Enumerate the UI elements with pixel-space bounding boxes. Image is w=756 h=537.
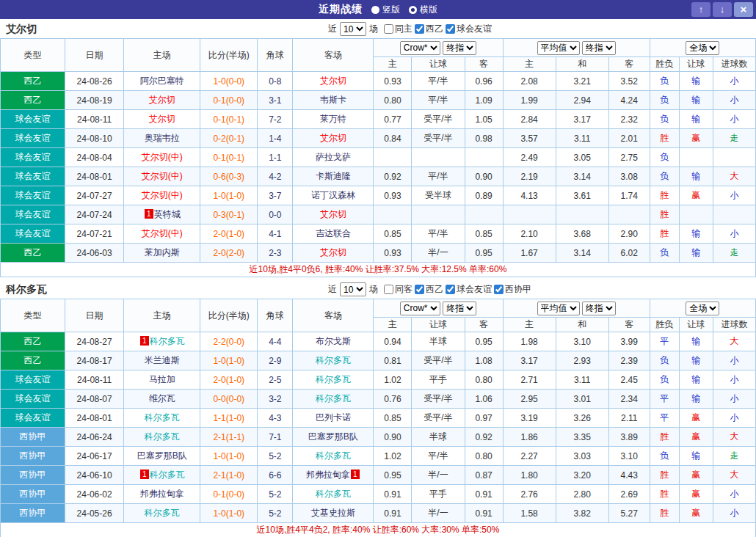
handicap-result: 输 xyxy=(679,351,713,370)
goals-result: 走 xyxy=(713,129,755,148)
checkbox-input[interactable] xyxy=(446,24,455,34)
match-row: 球会友谊24-07-241英特城0-3(0-1)0-0艾尔切胜 xyxy=(1,205,756,224)
col-home: 主场 xyxy=(124,299,200,332)
titlebar: 近期战绩 竖版 横版 ↑ ↓ × xyxy=(0,0,756,19)
matches-table: 类型 日期 主场 比分(半场) 角球 客场 Crow* 终指 平均值 终指 xyxy=(0,299,756,537)
odds-time-select[interactable]: 终指 xyxy=(443,41,476,55)
euro-home-odds: 3.17 xyxy=(503,351,556,370)
team-label: 卡斯迪隆 xyxy=(316,171,351,181)
match-date: 24-08-11 xyxy=(65,370,124,390)
away-team: 科尔多瓦 xyxy=(293,370,374,390)
checkbox-input[interactable] xyxy=(446,285,455,294)
filter-check-西协甲[interactable]: 西协甲 xyxy=(494,283,531,296)
away-team: 科尔多瓦 xyxy=(293,351,374,370)
asian-handicap: 受平/半 xyxy=(412,110,465,129)
team-label: 艾基史拉斯 xyxy=(311,508,355,518)
goals-result: 小 xyxy=(713,390,755,409)
result: 胜 xyxy=(650,205,679,224)
handicap-result: 输 xyxy=(679,390,713,409)
euro-home-odds: 2.10 xyxy=(503,224,556,244)
match-row: 球会友谊24-08-11艾尔切0-1(0-1)7-2莱万特0.77受平/半1.0… xyxy=(1,110,756,129)
euro-draw-odds: 3.14 xyxy=(556,244,608,263)
filter-check-同客[interactable]: 同客 xyxy=(384,283,412,296)
match-type-badge: 西乙 xyxy=(1,91,65,110)
euro-draw-odds: 2.80 xyxy=(556,485,608,504)
away-team: 艾基史拉斯 xyxy=(293,504,374,523)
radio-vertical-layout[interactable]: 竖版 xyxy=(371,4,400,16)
match-count-select[interactable]: 10 xyxy=(340,282,366,296)
euro-draw-odds: 2.93 xyxy=(556,351,608,370)
odds-company-select[interactable]: Crow* xyxy=(400,302,440,315)
team-label: 布尔戈斯 xyxy=(316,336,351,346)
filter-check-西乙[interactable]: 西乙 xyxy=(415,283,443,296)
team-label: 科尔多瓦 xyxy=(316,450,351,461)
checkbox-input[interactable] xyxy=(415,24,424,34)
col-date: 日期 xyxy=(65,39,124,72)
euro-draw-odds: 3.17 xyxy=(556,110,608,129)
euro-time-select[interactable]: 终指 xyxy=(582,41,616,55)
asian-away-odds: 0.85 xyxy=(465,224,503,244)
scroll-down-button[interactable]: ↓ xyxy=(713,2,732,17)
col-away: 客场 xyxy=(293,39,374,72)
filter-check-同主[interactable]: 同主 xyxy=(384,23,412,35)
asian-away-odds: 0.90 xyxy=(465,167,503,186)
filter-bar: 近 10 场 同客西乙球会友谊西协甲 xyxy=(328,282,534,296)
corner-score: 4-3 xyxy=(258,409,293,428)
euro-time-select[interactable]: 终指 xyxy=(582,302,616,315)
result: 负 xyxy=(650,91,679,110)
checkbox-input[interactable] xyxy=(415,285,424,294)
team-label: 艾尔切 xyxy=(320,247,346,257)
checkbox-input[interactable] xyxy=(384,24,393,34)
col-asian-away: 客 xyxy=(465,57,503,72)
euro-away-odds: 2.75 xyxy=(608,148,650,167)
asian-handicap: 平/半 xyxy=(412,447,465,466)
team-label: 艾尔切 xyxy=(320,76,346,86)
scroll-up-button[interactable]: ↑ xyxy=(691,2,710,17)
filter-check-球会友谊[interactable]: 球会友谊 xyxy=(446,23,492,35)
checkbox-input[interactable] xyxy=(494,285,504,294)
result: 平 xyxy=(650,409,679,428)
euro-odds-selects: 平均值 终指 xyxy=(503,39,650,57)
col-euro-home: 主 xyxy=(503,57,556,72)
euro-odds-selects: 平均值 终指 xyxy=(503,299,650,318)
euro-avg-select[interactable]: 平均值 xyxy=(537,41,580,55)
asian-handicap: 平/半 xyxy=(412,72,465,91)
filter-check-西乙[interactable]: 西乙 xyxy=(415,23,443,35)
radio-horizontal-layout[interactable]: 横版 xyxy=(409,4,437,16)
asian-odds-selects: Crow* 终指 xyxy=(374,39,503,57)
asian-home-odds: 0.92 xyxy=(374,167,412,186)
scope-select[interactable]: 全场 xyxy=(686,302,719,315)
corner-score: 2-3 xyxy=(258,244,293,263)
odds-company-select[interactable]: Crow* xyxy=(400,41,440,55)
corner-score: 0-8 xyxy=(258,72,293,91)
home-team: 米兰迪斯 xyxy=(124,351,200,370)
team-name: 科尔多瓦 xyxy=(0,283,328,296)
euro-avg-select[interactable]: 平均值 xyxy=(537,302,580,315)
match-row: 球会友谊24-08-07维尔瓦0-0(0-0)3-2科尔多瓦0.76受平/半1.… xyxy=(1,390,756,409)
home-team: 维尔瓦 xyxy=(124,390,200,409)
home-team: 艾尔切 xyxy=(124,110,200,129)
team-label: 米兰迪斯 xyxy=(145,355,180,365)
close-button[interactable]: × xyxy=(734,2,753,17)
checkbox-input[interactable] xyxy=(384,285,393,294)
team-label: 诺丁汉森林 xyxy=(311,190,355,200)
match-date: 24-07-24 xyxy=(65,205,124,224)
match-type-badge: 球会友谊 xyxy=(1,186,65,205)
panel-title: 近期战绩 xyxy=(319,3,363,16)
col-euro-draw: 和 xyxy=(556,57,608,72)
filter-check-球会友谊[interactable]: 球会友谊 xyxy=(446,283,492,296)
scope-select[interactable]: 全场 xyxy=(686,41,719,55)
match-count-select[interactable]: 10 xyxy=(340,22,366,36)
asian-home-odds: 0.95 xyxy=(374,466,412,485)
asian-away-odds: 0.98 xyxy=(465,129,503,148)
euro-home-odds: 1.67 xyxy=(503,244,556,263)
euro-draw-odds: 3.01 xyxy=(556,390,608,409)
col-score: 比分(半场) xyxy=(200,299,258,332)
col-home: 主场 xyxy=(124,39,200,72)
near-label: 近 xyxy=(328,283,337,296)
euro-home-odds: 4.13 xyxy=(503,186,556,205)
odds-time-select[interactable]: 终指 xyxy=(443,302,476,315)
checkbox-label: 同客 xyxy=(395,283,412,296)
asian-away-odds xyxy=(465,205,503,224)
match-date: 24-08-07 xyxy=(65,390,124,409)
